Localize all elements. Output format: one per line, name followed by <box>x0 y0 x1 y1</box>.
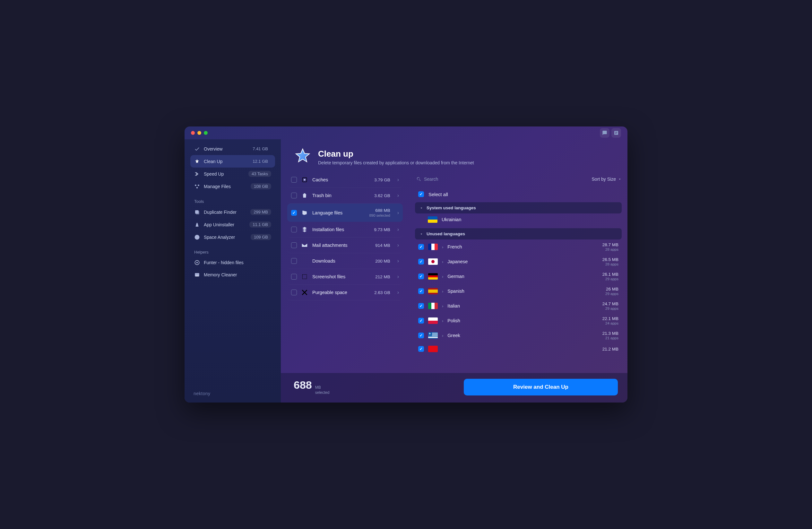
category-icon <box>301 226 308 233</box>
sidebar-item-funter-hidden-files[interactable]: Funter - hidden files <box>190 256 275 269</box>
maximize-window-button[interactable] <box>204 131 208 135</box>
brand-logo: nektony <box>190 391 275 396</box>
category-row-caches[interactable]: Caches3.79 GB› <box>287 172 403 188</box>
unused-languages-group[interactable]: Unused languages <box>415 228 622 240</box>
language-row-spanish[interactable]: ›Spanish26 MB29 apps <box>415 284 622 299</box>
chevron-right-icon: › <box>397 242 399 248</box>
category-icon <box>301 273 308 280</box>
system-language-row[interactable]: Ukrainian <box>415 213 622 226</box>
category-row-mail-attachments[interactable]: Mail attachments914 MB› <box>287 238 403 253</box>
category-row-screenshot-files[interactable]: Screenshot files212 MB› <box>287 269 403 285</box>
chevron-right-icon[interactable]: › <box>442 259 443 264</box>
page-header: Clean up Delete temporary files created … <box>281 139 627 172</box>
category-checkbox[interactable] <box>291 258 297 264</box>
category-checkbox[interactable] <box>291 274 297 280</box>
language-row-french[interactable]: ›French28.7 MB28 apps <box>415 240 622 254</box>
select-all-row[interactable]: Select all <box>415 189 622 200</box>
chevron-right-icon[interactable]: › <box>442 274 443 279</box>
chevron-right-icon[interactable]: › <box>442 245 443 249</box>
language-row-greek[interactable]: ›Greek21.3 MB21 apps <box>415 328 622 343</box>
sidebar-item-overview[interactable]: Overview7.41 GB <box>190 143 275 155</box>
sort-button[interactable]: Sort by Size <box>592 176 622 182</box>
sidebar-item-app-uninstaller[interactable]: App Uninstaller11.1 GB <box>190 218 275 231</box>
chevron-right-icon[interactable]: › <box>442 304 443 309</box>
sidebar-item-duplicate-finder[interactable]: Duplicate Finder299 MB <box>190 206 275 218</box>
select-all-checkbox[interactable] <box>418 191 424 197</box>
chevron-right-icon[interactable]: › <box>442 333 443 338</box>
category-checkbox[interactable] <box>291 192 297 198</box>
language-row-german[interactable]: ›German26.1 MB29 apps <box>415 269 622 284</box>
category-checkbox[interactable] <box>291 242 297 248</box>
chevron-down-icon <box>420 206 423 210</box>
flag-greece-icon <box>428 332 438 339</box>
star-icon <box>294 148 311 166</box>
language-checkbox[interactable] <box>418 318 424 324</box>
language-checkbox[interactable] <box>418 288 424 294</box>
category-icon <box>301 192 308 199</box>
sidebar-icon <box>194 184 200 189</box>
category-row-purgeable-space[interactable]: Purgeable space2.63 GB› <box>287 285 403 300</box>
review-cleanup-button[interactable]: Review and Clean Up <box>464 379 618 396</box>
svg-rect-4 <box>196 211 199 214</box>
details-panel: Search Sort by Size Select all Syste <box>409 172 627 373</box>
sidebar-icon <box>194 260 200 266</box>
sidebar-icon <box>194 272 200 278</box>
language-row-japanese[interactable]: ›Japanese26.5 MB28 apps <box>415 254 622 269</box>
footer-total: 688 MB selected <box>290 379 329 395</box>
language-checkbox[interactable] <box>418 259 424 264</box>
news-icon-button[interactable] <box>611 128 621 138</box>
minimize-window-button[interactable] <box>198 131 201 135</box>
language-checkbox[interactable] <box>418 346 424 352</box>
category-checkbox[interactable] <box>291 210 297 216</box>
flag-france-icon <box>428 244 438 250</box>
page-title: Clean up <box>318 149 474 159</box>
flag-spain-icon <box>428 288 438 294</box>
category-row-installation-files[interactable]: Installation files9.73 MB› <box>287 222 403 238</box>
language-checkbox[interactable] <box>418 244 424 250</box>
close-window-button[interactable] <box>191 131 195 135</box>
tools-section-title: Tools <box>194 199 275 204</box>
sidebar-icon <box>194 171 200 177</box>
chat-icon-button[interactable] <box>600 128 609 138</box>
svg-rect-8 <box>196 276 199 276</box>
sidebar-icon <box>194 146 200 152</box>
footer: 688 MB selected Review and Clean Up <box>281 373 627 402</box>
category-checkbox[interactable] <box>291 227 297 232</box>
page-subtitle: Delete temporary files created by applic… <box>318 160 474 165</box>
search-icon <box>416 176 421 182</box>
chevron-down-icon <box>618 177 622 181</box>
language-row-partial[interactable]: 21.2 MB <box>415 343 622 355</box>
sidebar-icon <box>194 234 200 240</box>
language-row-italian[interactable]: ›Italian24.7 MB29 apps <box>415 299 622 313</box>
language-checkbox[interactable] <box>418 332 424 338</box>
category-list: Caches3.79 GB›Trash bin3.62 GB›Language … <box>281 172 409 373</box>
language-checkbox[interactable] <box>418 273 424 279</box>
sidebar-item-manage-files[interactable]: Manage Files108 GB <box>190 180 275 192</box>
svg-rect-11 <box>302 274 306 278</box>
category-row-language-files[interactable]: Language files688 MB890 selected› <box>287 203 403 222</box>
category-row-downloads[interactable]: Downloads200 MB› <box>287 253 403 269</box>
category-icon <box>301 289 308 296</box>
language-checkbox[interactable] <box>418 303 424 309</box>
search-input[interactable]: Search <box>415 175 588 184</box>
category-icon <box>301 258 308 264</box>
sidebar-item-speed-up[interactable]: Speed Up43 Tasks <box>190 168 275 180</box>
language-row-polish[interactable]: ›Polish22.1 MB24 apps <box>415 313 622 328</box>
category-row-trash-bin[interactable]: Trash bin3.62 GB› <box>287 188 403 203</box>
sidebar-item-clean-up[interactable]: Clean Up12.1 GB <box>190 155 275 168</box>
svg-point-0 <box>195 185 197 186</box>
sidebar-item-space-analyzer[interactable]: Space Analyzer109 GB <box>190 231 275 243</box>
category-icon <box>301 242 308 248</box>
sidebar-item-memory-cleaner[interactable]: Memory Cleaner <box>190 269 275 281</box>
svg-rect-10 <box>304 179 306 181</box>
category-icon <box>301 176 308 183</box>
chevron-right-icon: › <box>397 210 399 216</box>
chevron-right-icon[interactable]: › <box>442 289 443 294</box>
category-checkbox[interactable] <box>291 177 297 183</box>
system-languages-group[interactable]: System used languages <box>415 202 622 213</box>
chevron-right-icon[interactable]: › <box>442 318 443 323</box>
flag-japan-icon <box>428 258 438 265</box>
chevron-right-icon: › <box>397 192 399 198</box>
category-checkbox[interactable] <box>291 289 297 295</box>
chevron-right-icon: › <box>397 258 399 264</box>
